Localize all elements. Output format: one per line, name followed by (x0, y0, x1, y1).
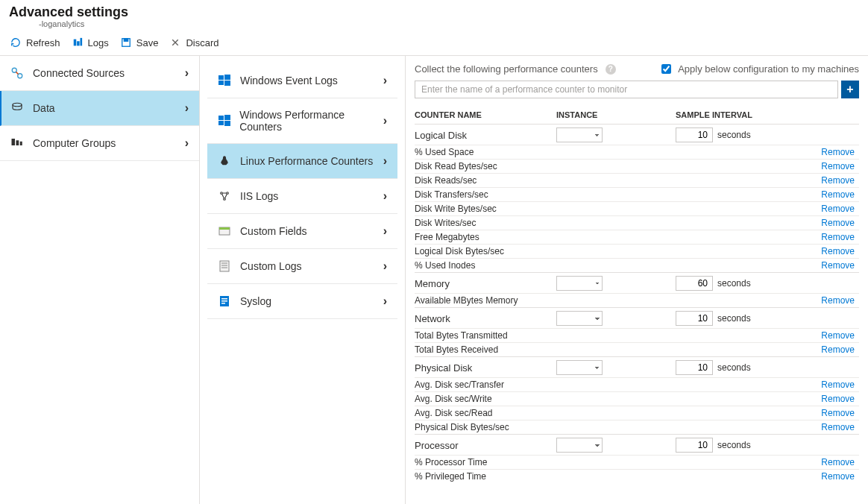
remove-link[interactable]: Remove (802, 295, 855, 306)
data-item-custom-fields[interactable]: Custom Fields › (207, 214, 397, 249)
svg-rect-18 (224, 121, 230, 126)
syslog-icon (218, 294, 231, 308)
counter-group: Logical Diskseconds (415, 124, 859, 145)
counter-name: Physical Disk Bytes/sec (415, 422, 556, 432)
svg-rect-10 (20, 142, 22, 145)
svg-rect-11 (218, 75, 224, 80)
counter-name: Total Bytes Transmitted (415, 330, 556, 341)
logs-button[interactable]: Logs (71, 36, 109, 49)
chevron-right-icon: › (383, 189, 387, 203)
chevron-right-icon: › (185, 136, 189, 150)
sidebar-item-connected-sources[interactable]: Connected Sources › (0, 56, 199, 91)
data-item-label: Linux Performance Counters (240, 155, 373, 167)
counter-row: % Used SpaceRemove (415, 145, 859, 159)
svg-rect-29 (221, 298, 227, 300)
remove-link[interactable]: Remove (802, 330, 855, 341)
seconds-label: seconds (717, 362, 751, 373)
instance-select[interactable] (556, 360, 603, 375)
counter-name: Disk Reads/sec (415, 175, 556, 186)
remove-link[interactable]: Remove (802, 161, 855, 171)
remove-link[interactable]: Remove (802, 471, 855, 482)
remove-link[interactable]: Remove (802, 379, 855, 390)
interval-input[interactable] (676, 438, 713, 453)
interval-input[interactable] (676, 276, 713, 291)
svg-point-19 (221, 192, 223, 195)
sidebar-primary: Connected Sources › Data › Computer Grou… (0, 56, 200, 504)
svg-rect-0 (73, 40, 76, 46)
remove-link[interactable]: Remove (802, 232, 855, 242)
counter-search-input[interactable] (415, 81, 838, 98)
instance-select[interactable] (556, 438, 603, 453)
counter-row: % Privileged TimeRemove (415, 469, 859, 483)
svg-rect-2 (80, 38, 82, 46)
data-item-linux-perf-counters[interactable]: Linux Performance Counters › (207, 144, 397, 179)
data-item-custom-logs[interactable]: Custom Logs › (207, 249, 397, 284)
instance-select[interactable] (556, 276, 603, 291)
remove-link[interactable]: Remove (802, 204, 855, 214)
svg-rect-17 (218, 121, 224, 125)
discard-button[interactable]: Discard (169, 36, 218, 49)
data-item-windows-event-logs[interactable]: Windows Event Logs › (207, 63, 397, 98)
sidebar-data-menu: Windows Event Logs › Windows Performance… (200, 56, 406, 504)
counter-row: Disk Reads/secRemove (415, 173, 859, 187)
counter-row: Available MBytes MemoryRemove (415, 293, 859, 307)
data-item-label: Custom Logs (240, 260, 301, 272)
counter-name: Avg. Disk sec/Read (415, 408, 556, 418)
instance-select[interactable] (556, 311, 603, 326)
save-button[interactable]: Save (119, 36, 159, 49)
page-title: Advanced settings (9, 4, 859, 20)
save-icon (119, 36, 133, 49)
counter-name: % Used Inodes (415, 260, 556, 271)
svg-rect-13 (218, 81, 224, 85)
remove-link[interactable]: Remove (802, 147, 855, 157)
header-counter-name: COUNTER NAME (415, 110, 556, 119)
remove-link[interactable]: Remove (802, 246, 855, 256)
counter-group: Processorseconds (415, 434, 859, 455)
chevron-right-icon: › (383, 74, 387, 87)
remove-link[interactable]: Remove (802, 457, 855, 467)
logs-icon (71, 36, 84, 49)
data-item-label: Custom Fields (240, 225, 306, 237)
remove-link[interactable]: Remove (802, 422, 855, 432)
chevron-right-icon: › (383, 259, 387, 273)
collect-label: Collect the following performance counte… (415, 63, 598, 75)
remove-link[interactable]: Remove (802, 344, 855, 355)
data-item-syslog[interactable]: Syslog › (207, 284, 397, 319)
apply-config-checkbox[interactable]: Apply below configuration to my machines (658, 62, 859, 76)
remove-link[interactable]: Remove (802, 175, 855, 186)
counter-name: % Used Space (415, 147, 556, 157)
close-icon (169, 36, 182, 49)
interval-input[interactable] (676, 127, 713, 142)
apply-config-input[interactable] (661, 64, 671, 74)
refresh-button[interactable]: Refresh (9, 36, 60, 49)
connected-sources-icon (10, 66, 24, 80)
sidebar-item-computer-groups[interactable]: Computer Groups › (0, 126, 199, 161)
remove-link[interactable]: Remove (802, 394, 855, 404)
linux-icon (218, 154, 231, 168)
svg-point-20 (227, 192, 229, 195)
seconds-label: seconds (717, 313, 751, 324)
interval-input[interactable] (676, 311, 713, 326)
remove-link[interactable]: Remove (802, 408, 855, 418)
counter-row: Avg. Disk sec/ReadRemove (415, 406, 859, 420)
sidebar-item-data[interactable]: Data › (0, 91, 199, 126)
counter-row: Disk Transfers/secRemove (415, 187, 859, 201)
toolbar: Refresh Logs Save Discard (0, 31, 868, 56)
chevron-right-icon: › (383, 294, 387, 308)
remove-link[interactable]: Remove (802, 218, 855, 228)
data-item-windows-perf-counters[interactable]: Windows Performance Counters › (207, 98, 397, 144)
interval-input[interactable] (676, 360, 713, 375)
remove-link[interactable]: Remove (802, 260, 855, 271)
data-item-iis-logs[interactable]: IIS Logs › (207, 179, 397, 214)
counter-row: % Processor TimeRemove (415, 455, 859, 469)
help-icon[interactable]: ? (606, 64, 616, 75)
instance-select[interactable] (556, 127, 603, 142)
counter-row: Logical Disk Bytes/secRemove (415, 244, 859, 258)
counter-name: Available MBytes Memory (415, 295, 556, 306)
seconds-label: seconds (717, 440, 751, 450)
counter-name: Disk Write Bytes/sec (415, 204, 556, 214)
add-counter-button[interactable]: + (841, 81, 859, 98)
remove-link[interactable]: Remove (802, 189, 855, 200)
svg-rect-15 (218, 116, 224, 120)
chevron-right-icon: › (383, 224, 387, 238)
